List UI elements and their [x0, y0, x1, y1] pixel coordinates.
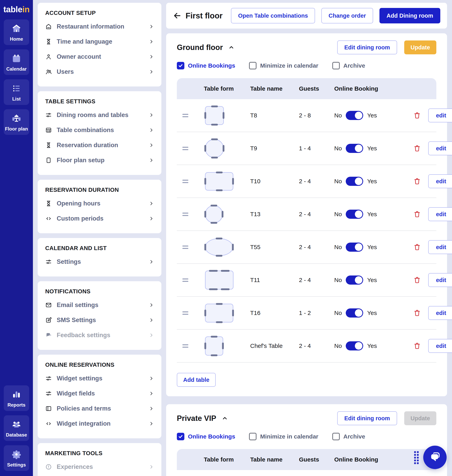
rail-item-database[interactable]: Database: [4, 415, 29, 441]
sidebar-item-opening-hours[interactable]: Opening hours: [45, 196, 154, 211]
sidebar-section-heading: MARKETING TOOLS: [45, 450, 154, 456]
drag-handle[interactable]: [177, 211, 199, 217]
delete-table-button[interactable]: [413, 210, 421, 219]
edit-table-button[interactable]: edit: [428, 339, 452, 353]
online-booking-cell: NoYes: [330, 341, 413, 350]
checkbox-archive[interactable]: Archive: [332, 62, 365, 69]
rail-item-reports[interactable]: Reports: [4, 385, 29, 411]
checkbox-label: Archive: [343, 433, 365, 440]
add-table-wrap: Add table: [177, 373, 436, 387]
drag-handle[interactable]: [177, 113, 199, 119]
primary-nav-rail: tablein HomeCalendarListFloor plan Repor…: [0, 0, 33, 476]
drag-handle[interactable]: [177, 310, 199, 316]
drag-handle[interactable]: [177, 145, 199, 152]
online-booking-toggle[interactable]: [346, 210, 363, 219]
sidebar-item-time-and-language[interactable]: Time and language: [45, 34, 154, 49]
sidebar-item-users[interactable]: Users: [45, 64, 154, 79]
checkbox-online-bookings[interactable]: Online Bookings: [177, 433, 235, 440]
chat-drag-dots-handle[interactable]: [414, 451, 419, 464]
sidebar-item-widget-integration[interactable]: Widget integration: [45, 416, 154, 431]
online-booking-toggle[interactable]: [346, 242, 363, 252]
drag-handle-bar: [182, 213, 188, 214]
pencil-square-icon: [45, 317, 52, 323]
delete-table-button[interactable]: [413, 275, 421, 285]
drag-dot: [417, 462, 419, 464]
edit-table-button[interactable]: edit: [428, 207, 452, 221]
sidebar-item-floor-plan-setup[interactable]: Floor plan setup: [45, 153, 154, 168]
delete-table-button[interactable]: [413, 177, 421, 186]
rail-item-calendar[interactable]: Calendar: [4, 49, 29, 75]
edit-table-button[interactable]: edit: [428, 174, 452, 188]
delete-table-button[interactable]: [413, 242, 421, 252]
chat-launcher-button[interactable]: [423, 446, 447, 469]
people-icon: [45, 68, 52, 75]
drag-handle[interactable]: [177, 244, 199, 250]
online-booking-toggle[interactable]: [346, 144, 363, 153]
delete-table-button[interactable]: [413, 111, 421, 120]
delete-table-button[interactable]: [413, 341, 421, 350]
sidebar-item-custom-periods[interactable]: Custom periods: [45, 211, 154, 226]
rail-item-settings[interactable]: Settings: [4, 445, 29, 471]
sidebar-item-restaurant-information[interactable]: Restaurant information: [45, 19, 154, 34]
sidebar-item-owner-account[interactable]: Owner account: [45, 49, 154, 64]
edit-dining-room-button[interactable]: Edit dining room: [337, 40, 397, 54]
trash-icon: [413, 111, 421, 120]
add-dining-room-button[interactable]: Add Dining room: [379, 8, 440, 23]
change-order-button[interactable]: Change order: [321, 8, 373, 23]
sidebar-item-table-combinations[interactable]: Table combinations: [45, 123, 154, 138]
edit-table-button[interactable]: edit: [428, 240, 452, 254]
sidebar-item-widget-fields[interactable]: Widget fields: [45, 386, 154, 401]
update-room-button[interactable]: Update: [404, 40, 436, 54]
edit-table-button[interactable]: edit: [428, 108, 452, 122]
checkbox-online-bookings[interactable]: Online Bookings: [177, 62, 235, 69]
toggle-off-label: No: [334, 112, 342, 119]
drag-handle[interactable]: [177, 277, 199, 283]
sidebar-item-reservation-duration[interactable]: Reservation duration: [45, 138, 154, 153]
sidebar-item-policies-and-terms[interactable]: Policies and terms: [45, 401, 154, 416]
online-booking-toggle[interactable]: [346, 341, 363, 350]
edit-table-button[interactable]: edit: [428, 141, 452, 155]
chevron-right-icon: [149, 406, 154, 411]
online-booking-toggle[interactable]: [346, 111, 363, 120]
checkbox-minimize-in-calendar[interactable]: Minimize in calendar: [249, 62, 318, 69]
rail-item-label: Database: [6, 432, 27, 438]
collapse-room-button[interactable]: [228, 44, 235, 51]
sidebar-item-email-settings[interactable]: Email settings: [45, 297, 154, 313]
drag-handle[interactable]: [177, 178, 199, 184]
column-header-table-form: Table form: [199, 456, 246, 463]
rail-item-home[interactable]: Home: [4, 20, 29, 45]
chevron-right-icon: [149, 201, 154, 206]
delete-table-button[interactable]: [413, 144, 421, 153]
collapse-room-button[interactable]: [221, 415, 228, 422]
sidebar-item-dining-rooms-and-tables[interactable]: Dining rooms and tables: [45, 107, 154, 123]
table-seat: [211, 157, 218, 159]
rail-item-floor-plan[interactable]: Floor plan: [4, 109, 29, 135]
list-icon: [11, 83, 22, 94]
rail-item-label: Calendar: [6, 66, 27, 72]
open-table-combinations-button[interactable]: Open Table combinations: [231, 8, 315, 23]
checkbox-archive[interactable]: Archive: [332, 433, 365, 440]
edit-dining-room-button[interactable]: Edit dining room: [337, 411, 397, 425]
sidebar-item-sms-settings[interactable]: SMS Settings: [45, 313, 154, 328]
online-booking-cell: NoYes: [330, 144, 413, 153]
rail-item-label: Floor plan: [5, 126, 28, 132]
sidebar-item-experiences[interactable]: Experiences: [45, 459, 154, 474]
sidebar-item-feedback-settings[interactable]: Feedback settings: [45, 328, 154, 343]
edit-table-button[interactable]: edit: [428, 273, 452, 287]
online-booking-toggle[interactable]: [346, 177, 363, 186]
delete-table-button[interactable]: [413, 308, 421, 317]
drag-handle-bar: [182, 180, 188, 181]
online-booking-toggle[interactable]: [346, 275, 363, 285]
sidebar-item-widget-settings[interactable]: Widget settings: [45, 371, 154, 386]
rail-item-list[interactable]: List: [4, 79, 29, 105]
tables-list: Table formTable nameGuestsOnline Booking: [177, 449, 436, 470]
add-table-button[interactable]: Add table: [177, 373, 216, 387]
checkbox-minimize-in-calendar[interactable]: Minimize in calendar: [249, 433, 318, 440]
drag-handle[interactable]: [177, 343, 199, 349]
table-row: T161 - 2NoYesedit: [177, 297, 436, 330]
sidebar-item-settings[interactable]: Settings: [45, 254, 154, 269]
chevron-right-icon: [149, 333, 154, 338]
online-booking-toggle[interactable]: [346, 308, 363, 317]
back-button[interactable]: [173, 11, 182, 20]
edit-table-button[interactable]: edit: [428, 306, 452, 320]
